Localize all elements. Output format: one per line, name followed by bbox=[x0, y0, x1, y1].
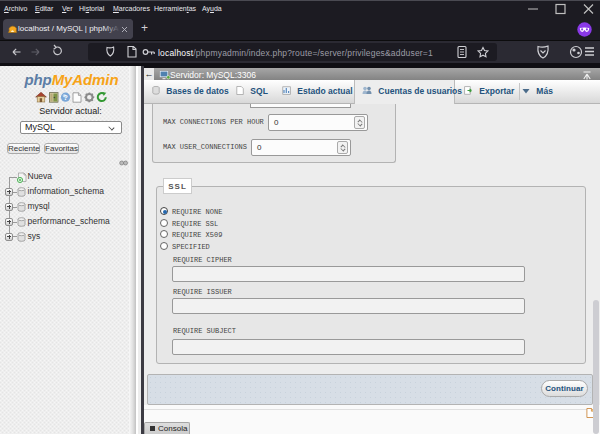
svg-text:?: ? bbox=[63, 93, 68, 102]
